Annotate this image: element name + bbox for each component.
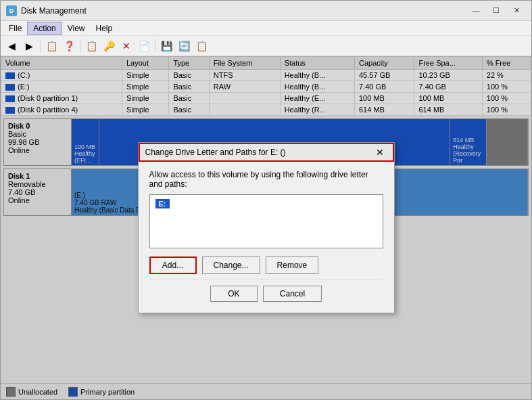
toolbar-key[interactable]: 🔑 (101, 38, 117, 54)
add-button[interactable]: Add... (149, 257, 197, 274)
modal-overlay: Change Drive Letter and Paths for E: () … (1, 56, 531, 399)
toolbar-help[interactable]: ❓ (61, 38, 77, 54)
main-window: D Disk Management — ☐ ✕ File Action View… (0, 0, 532, 400)
toolbar-separator-1 (40, 39, 41, 53)
minimize-button[interactable]: — (466, 4, 485, 18)
drive-badge-e: E: (155, 199, 170, 208)
toolbar-new[interactable]: 📄 (136, 38, 152, 54)
close-button[interactable]: ✕ (507, 4, 526, 18)
dialog-title-bar: Change Drive Letter and Paths for E: () … (139, 143, 394, 162)
dialog-body: Allow access to this volume by using the… (139, 162, 394, 313)
menu-action[interactable]: Action (27, 22, 62, 35)
toolbar-delete[interactable]: ✕ (118, 38, 135, 54)
toolbar: ◀ ▶ 📋 ❓ 📋 🔑 ✕ 📄 💾 🔄 📋 (1, 36, 531, 56)
dialog-close-button[interactable]: ✕ (372, 146, 387, 158)
toolbar-properties[interactable]: 📋 (43, 38, 59, 54)
toolbar-save[interactable]: 💾 (158, 38, 174, 54)
change-button[interactable]: Change... (202, 257, 260, 274)
toolbar-back[interactable]: ◀ (3, 38, 20, 54)
toolbar-separator-2 (80, 39, 80, 53)
dialog-footer: OK Cancel (149, 280, 383, 305)
dialog-action-buttons: Add... Change... Remove (149, 257, 383, 274)
change-drive-dialog: Change Drive Letter and Paths for E: () … (138, 142, 395, 313)
cancel-button[interactable]: Cancel (263, 286, 322, 302)
app-icon: D (6, 5, 17, 16)
toolbar-copy[interactable]: 📋 (83, 38, 99, 54)
menu-file[interactable]: File (3, 22, 27, 35)
toolbar-refresh[interactable]: 🔄 (176, 38, 192, 54)
remove-button[interactable]: Remove (266, 257, 319, 274)
dialog-description: Allow access to this volume by using the… (149, 170, 383, 189)
title-bar-buttons: — ☐ ✕ (466, 4, 526, 18)
menu-help[interactable]: Help (91, 22, 118, 35)
toolbar-separator-3 (155, 39, 155, 53)
menu-bar: File Action View Help (1, 21, 531, 36)
toolbar-columns[interactable]: 📋 (193, 38, 210, 54)
toolbar-forward[interactable]: ▶ (21, 38, 37, 54)
maximize-button[interactable]: ☐ (487, 4, 506, 18)
listbox-item-e[interactable]: E: (153, 198, 380, 210)
ok-button[interactable]: OK (210, 286, 258, 302)
menu-view[interactable]: View (62, 22, 91, 35)
window-title: Disk Management (21, 6, 466, 16)
dialog-listbox[interactable]: E: (149, 194, 383, 248)
dialog-title-text: Change Drive Letter and Paths for E: () (145, 148, 372, 157)
title-bar: D Disk Management — ☐ ✕ (1, 1, 531, 21)
content-area: Volume Layout Type File System Status Ca… (1, 56, 531, 399)
